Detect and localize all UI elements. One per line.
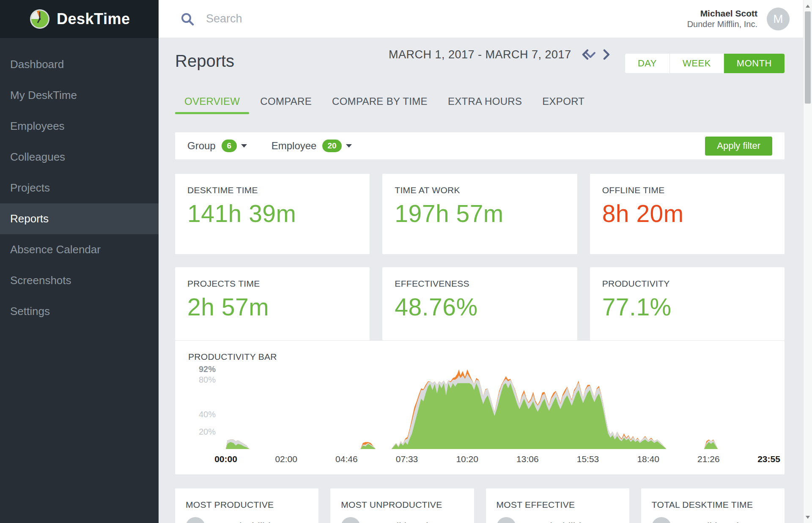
logo-area[interactable]: DeskTime — [0, 0, 159, 38]
sidebar-item-employees[interactable]: Employees — [0, 111, 159, 142]
sidebar-item-reports[interactable]: Reports — [0, 203, 159, 234]
x-axis-label-0000: 00:00 — [214, 454, 237, 464]
group-filter-label: Group — [187, 140, 216, 152]
board-person[interactable]: DDarryl Philbin — [497, 517, 619, 523]
board-card-most-effective: MOST EFFECTIVEDDarryl Philbin — [486, 488, 629, 523]
board-person[interactable]: MMeredith Palmer — [341, 517, 463, 523]
tab-extra-hours[interactable]: EXTRA HOURS — [439, 89, 531, 114]
board-person[interactable]: MMeredith Palmer — [652, 517, 774, 523]
desktime-clock-icon — [30, 9, 50, 29]
board-person[interactable]: DDarryl Philbin — [186, 517, 308, 523]
stat-label: TIME AT WORK — [395, 185, 565, 195]
board-person-name: Meredith Palmer — [680, 521, 757, 523]
apply-filter-button[interactable]: Apply filter — [705, 137, 772, 156]
board-label: MOST EFFECTIVE — [497, 500, 619, 510]
x-axis-label-2355: 23:55 — [757, 454, 780, 464]
stat-label: PROJECTS TIME — [187, 279, 357, 289]
stat-value: 77.1% — [602, 293, 772, 321]
series-productive — [226, 383, 769, 449]
stat-card-time-at-work: TIME AT WORK197h 57m — [382, 174, 577, 254]
user-block[interactable]: Michael Scott Dunder Mifflin, Inc. M — [687, 8, 790, 30]
board-person-name: Darryl Philbin — [524, 521, 587, 523]
chart-title: PRODUCTIVITY BAR — [188, 352, 277, 362]
sidebar: DeskTime DashboardMy DeskTimeEmployeesCo… — [0, 0, 159, 523]
app-window: DeskTime DashboardMy DeskTimeEmployeesCo… — [0, 0, 803, 523]
board-label: TOTAL DESKTIME TIME — [652, 500, 774, 510]
group-count-badge: 6 — [222, 140, 237, 152]
page-head: Reports MARCH 1, 2017 - MARCH 7, 2017 DA… — [175, 38, 785, 83]
board-card-total-desktime-time: TOTAL DESKTIME TIMEMMeredith Palmer — [641, 488, 785, 523]
x-axis-label-2126: 21:26 — [697, 454, 720, 464]
sidebar-item-screenshots[interactable]: Screenshots — [0, 265, 159, 296]
stat-label: PRODUCTIVITY — [602, 279, 772, 289]
tab-export[interactable]: EXPORT — [533, 89, 594, 114]
y-axis-label-20: 20% — [186, 427, 216, 437]
sidebar-item-projects[interactable]: Projects — [0, 173, 159, 203]
avatar[interactable]: M — [767, 8, 790, 30]
user-text: Michael Scott Dunder Mifflin, Inc. — [687, 8, 757, 30]
stat-card-productivity: PRODUCTIVITY77.1% — [590, 267, 785, 340]
board-person-name: Darryl Philbin — [214, 521, 277, 523]
stat-value: 197h 57m — [395, 200, 565, 227]
user-name: Michael Scott — [687, 8, 757, 19]
tab-compare-by-time[interactable]: COMPARE BY TIME — [323, 89, 437, 114]
employee-filter-dropdown[interactable]: Employee 20 — [272, 140, 352, 152]
sidebar-item-my-desktime[interactable]: My DeskTime — [0, 80, 159, 111]
stat-value: 2h 57m — [187, 293, 357, 321]
stat-label: DESKTIME TIME — [187, 185, 357, 195]
sidebar-item-colleagues[interactable]: Colleagues — [0, 142, 159, 173]
range-toggle-group: DAYWEEKMONTH — [625, 54, 785, 73]
x-axis-label-1306: 13:06 — [516, 454, 539, 464]
x-axis-label-1020: 10:20 — [456, 454, 478, 464]
board-card-most-unproductive: MOST UNPRODUCTIVEMMeredith Palmer — [330, 488, 474, 523]
stat-value: 8h 20m — [602, 200, 772, 227]
stat-label: EFFECTIVENESS — [395, 279, 565, 289]
productivity-area-chart — [220, 362, 775, 452]
stats-row-1: DESKTIME TIME141h 39mTIME AT WORK197h 57… — [175, 174, 785, 254]
productivity-bar-card: PRODUCTIVITY BAR 92%80%40%20% 00:0002:00… — [175, 341, 785, 474]
board-label: MOST UNPRODUCTIVE — [341, 500, 463, 510]
chevron-right-icon[interactable] — [603, 49, 610, 60]
stats-row-2: PROJECTS TIME2h 57mEFFECTIVENESS48.76%PR… — [175, 267, 785, 340]
avatar: D — [497, 517, 516, 523]
stat-value: 141h 39m — [187, 200, 357, 227]
user-company: Dunder Mifflin, Inc. — [687, 19, 757, 30]
avatar: D — [186, 517, 205, 523]
x-axis-label-0733: 07:33 — [396, 454, 418, 464]
sidebar-item-dashboard[interactable]: Dashboard — [0, 49, 159, 80]
employee-filter-label: Employee — [272, 140, 317, 152]
date-range-dropdown[interactable]: MARCH 1, 2017 - MARCH 7, 2017 — [389, 48, 596, 61]
stat-card-projects-time: PROJECTS TIME2h 57m — [175, 267, 370, 340]
chart-x-axis: 00:0002:0004:4607:3310:2013:0615:5318:40… — [220, 454, 775, 465]
main-column: Michael Scott Dunder Mifflin, Inc. M Rep… — [159, 0, 803, 523]
group-filter-dropdown[interactable]: Group 6 — [187, 140, 247, 152]
sidebar-item-absence-calendar[interactable]: Absence Calendar — [0, 234, 159, 265]
range-button-week[interactable]: WEEK — [670, 54, 724, 73]
brand-name: DeskTime — [57, 10, 130, 28]
chevron-left-icon[interactable] — [582, 49, 589, 60]
topbar: Michael Scott Dunder Mifflin, Inc. M — [159, 0, 803, 38]
x-axis-label-1553: 15:53 — [577, 454, 599, 464]
range-button-day[interactable]: DAY — [625, 54, 670, 73]
caret-down-icon — [346, 144, 352, 148]
search-icon[interactable] — [181, 12, 194, 26]
scrollbar[interactable] — [803, 0, 812, 523]
search-input[interactable] — [206, 12, 460, 25]
x-axis-label-0200: 02:00 — [275, 454, 297, 464]
avatar: M — [652, 517, 671, 523]
scroll-down-arrow-icon[interactable] — [804, 513, 812, 521]
board-label: MOST PRODUCTIVE — [186, 500, 308, 510]
avatar: M — [341, 517, 360, 523]
y-axis-label-92: 92% — [186, 364, 216, 374]
range-button-month[interactable]: MONTH — [724, 54, 785, 73]
x-axis-label-1840: 18:40 — [637, 454, 659, 464]
tab-compare[interactable]: COMPARE — [251, 89, 321, 114]
sidebar-nav: DashboardMy DeskTimeEmployeesColleaguesP… — [0, 38, 159, 327]
scrollbar-thumb[interactable] — [805, 11, 811, 104]
tab-overview[interactable]: OVERVIEW — [175, 89, 249, 114]
scroll-up-arrow-icon[interactable] — [804, 2, 812, 10]
stat-label: OFFLINE TIME — [602, 185, 772, 195]
sidebar-item-settings[interactable]: Settings — [0, 296, 159, 327]
board-person-name: Meredith Palmer — [369, 521, 446, 523]
caret-down-icon — [241, 144, 247, 148]
